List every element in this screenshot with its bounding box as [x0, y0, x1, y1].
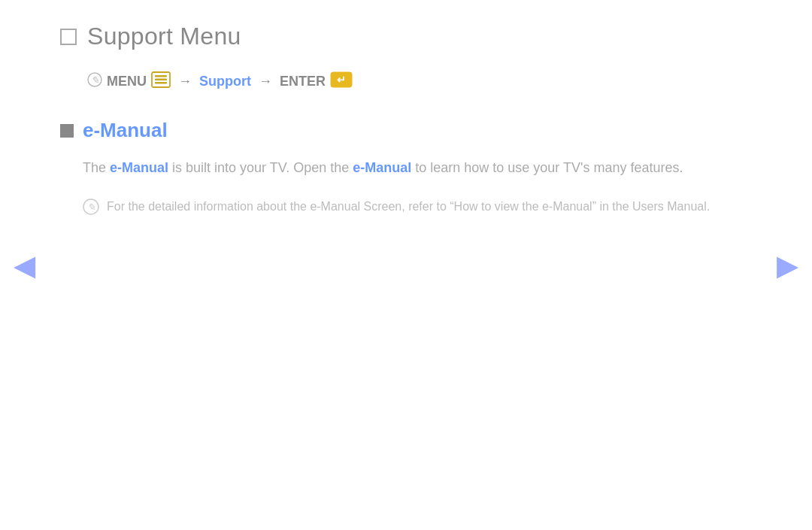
- menu-path-row: ✎ MENU → Support → ENTER ↵: [87, 71, 752, 92]
- title-row: Support Menu: [60, 23, 752, 50]
- note-text: For the detailed information about the e…: [107, 197, 710, 217]
- section-header: e-Manual: [60, 119, 752, 142]
- menu-bars-icon: [151, 71, 171, 92]
- svg-rect-3: [155, 75, 167, 77]
- highlight-emanual-2: e-Manual: [353, 160, 411, 175]
- svg-text:↵: ↵: [337, 74, 346, 86]
- svg-text:✎: ✎: [91, 74, 99, 86]
- arrow2: →: [259, 74, 272, 89]
- nav-arrow-left[interactable]: ◀: [14, 249, 35, 282]
- nav-arrow-right[interactable]: ▶: [777, 249, 798, 282]
- page-title: Support Menu: [87, 23, 241, 50]
- section-title: e-Manual: [83, 119, 168, 142]
- section-bullet-icon: [60, 124, 74, 138]
- svg-text:✎: ✎: [87, 201, 95, 213]
- note-icon-small: ✎: [87, 72, 102, 91]
- support-text: Support: [199, 74, 251, 89]
- section-body: The e-Manual is built into your TV. Open…: [83, 157, 752, 218]
- desc-middle: is built into your TV. Open the: [168, 160, 353, 175]
- menu-text: MENU: [107, 74, 147, 89]
- main-content: Support Menu ✎ MENU → Support → ENTER: [0, 0, 812, 241]
- svg-rect-4: [155, 79, 167, 81]
- enter-text: ENTER: [280, 74, 326, 89]
- title-checkbox-icon: [60, 29, 77, 45]
- note-pencil-icon: ✎: [83, 198, 99, 218]
- desc-after: to learn how to use your TV's many featu…: [411, 160, 683, 175]
- note-row: ✎ For the detailed information about the…: [83, 197, 752, 218]
- description-paragraph: The e-Manual is built into your TV. Open…: [83, 157, 752, 179]
- svg-rect-5: [155, 82, 167, 84]
- arrow1: →: [178, 74, 192, 89]
- desc-before: The: [83, 160, 110, 175]
- highlight-emanual-1: e-Manual: [110, 160, 168, 175]
- enter-icon: ↵: [330, 71, 353, 92]
